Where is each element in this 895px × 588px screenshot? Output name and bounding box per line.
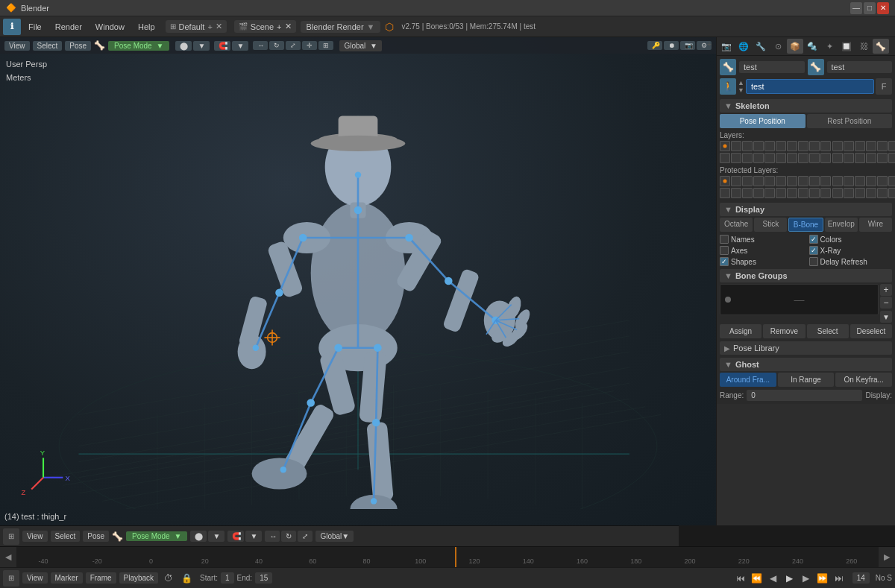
layer-cell-22[interactable] bbox=[731, 153, 741, 163]
prev-keyframe-btn[interactable]: ◀ bbox=[766, 571, 781, 586]
footer-orientation[interactable]: Global▼ bbox=[315, 531, 354, 542]
workspace-add-btn[interactable]: + bbox=[207, 22, 212, 31]
range-input[interactable]: 0 bbox=[747, 390, 862, 401]
prot-layer-cell-28[interactable] bbox=[798, 188, 808, 198]
bottom-view-icon[interactable]: ⊞ bbox=[3, 570, 19, 587]
prot-layer-cell-33[interactable] bbox=[855, 188, 865, 198]
cage-icon[interactable]: ⊞ bbox=[318, 41, 333, 50]
panel-icon-particles[interactable]: ✦ bbox=[821, 39, 838, 54]
layer-cell-31[interactable] bbox=[832, 153, 843, 163]
on-keyfra-btn[interactable]: On Keyfra... bbox=[835, 373, 892, 387]
render-engine-selector[interactable]: Blender Render ▼ bbox=[301, 21, 381, 33]
orientation-selector[interactable]: Global ▼ bbox=[339, 40, 382, 51]
keyframe-icon[interactable]: 🔑 bbox=[647, 41, 662, 50]
viewport-3d[interactable]: View Select Pose 🦴 Pose Mode ▼ ⬤ ▼ 🧲 ▼ ↔… bbox=[0, 37, 716, 525]
workspace-selector[interactable]: ⊞ Default + ✕ bbox=[166, 20, 227, 33]
viewport-view-menu[interactable]: View bbox=[4, 41, 30, 51]
layer-cell-28[interactable] bbox=[798, 153, 808, 163]
prot-layer-cell-23[interactable] bbox=[742, 188, 753, 198]
play-end-btn[interactable]: ⏭ bbox=[832, 571, 847, 586]
layer-cell-36[interactable] bbox=[888, 153, 895, 163]
panel-icon-constraints[interactable]: ⛓ bbox=[855, 39, 872, 54]
assign-btn[interactable]: Assign bbox=[720, 324, 761, 338]
bottom-sync-icon[interactable]: ⏱ bbox=[161, 571, 176, 586]
viewport-add-btn[interactable]: + bbox=[703, 37, 716, 51]
prot-layer-cell-27[interactable] bbox=[787, 188, 797, 198]
shapes-checkbox[interactable] bbox=[720, 257, 729, 266]
footer-snap-btn[interactable]: 🧲 bbox=[227, 531, 244, 542]
prot-layer-cell-10[interactable] bbox=[820, 176, 831, 186]
transform-icon[interactable]: ✛ bbox=[302, 41, 317, 50]
prot-layer-cell-29[interactable] bbox=[809, 188, 820, 198]
end-value[interactable]: 15 bbox=[255, 572, 272, 584]
menu-window[interactable]: Window bbox=[90, 21, 131, 33]
layer-cell-3[interactable] bbox=[742, 141, 753, 151]
prot-layer-cell-4[interactable] bbox=[753, 176, 764, 186]
layer-cell-33[interactable] bbox=[855, 153, 865, 163]
footer-snap-toggle[interactable]: ▼ bbox=[245, 531, 262, 542]
scale-icon[interactable]: ⤢ bbox=[286, 41, 301, 50]
layer-cell-27[interactable] bbox=[787, 153, 797, 163]
panel-icon-scene[interactable]: 🌐 bbox=[735, 39, 752, 54]
footer-view-btn[interactable]: View bbox=[22, 531, 48, 542]
layer-cell-29[interactable] bbox=[809, 153, 820, 163]
bottom-frame-btn[interactable]: Frame bbox=[86, 572, 116, 584]
menu-render[interactable]: Render bbox=[49, 21, 88, 33]
bone-groups-section-header[interactable]: ▼ Bone Groups bbox=[720, 269, 892, 282]
skeleton-section-header[interactable]: ▼ Skeleton bbox=[720, 99, 892, 113]
start-value[interactable]: 1 bbox=[221, 572, 234, 584]
viewport-pose-menu[interactable]: Pose bbox=[65, 41, 91, 51]
panel-icon-data[interactable]: 🦴 bbox=[873, 39, 889, 54]
timeline-scroll-right[interactable]: ▶ bbox=[879, 547, 895, 568]
panel-icon-physics[interactable]: 🔲 bbox=[838, 39, 855, 54]
footer-grab-icon[interactable]: ↔ bbox=[265, 531, 280, 542]
layer-cell-26[interactable] bbox=[776, 153, 786, 163]
armature-name-input[interactable]: test bbox=[746, 79, 874, 94]
prot-layer-cell-7[interactable] bbox=[787, 176, 797, 186]
footer-rotate-icon[interactable]: ↻ bbox=[281, 531, 296, 542]
panel-icon-world[interactable]: ⊙ bbox=[770, 39, 786, 54]
wire-btn[interactable]: Wire bbox=[859, 218, 892, 232]
snap-toggle[interactable]: ▼ bbox=[232, 41, 248, 51]
pose-library-section[interactable]: ▶ Pose Library bbox=[720, 341, 892, 355]
layer-cell-12[interactable] bbox=[844, 141, 854, 151]
solid-shading-btn[interactable]: ⬤ bbox=[175, 41, 192, 51]
prot-layer-cell-34[interactable] bbox=[866, 188, 876, 198]
layer-cell-13[interactable] bbox=[855, 141, 865, 151]
prot-layer-cell-13[interactable] bbox=[855, 176, 865, 186]
prot-layer-cell-15[interactable] bbox=[877, 176, 888, 186]
prot-layer-cell-14[interactable] bbox=[866, 176, 876, 186]
layer-cell-25[interactable] bbox=[764, 153, 775, 163]
bone-group-list[interactable]: — bbox=[720, 284, 879, 315]
layer-cell-4[interactable] bbox=[753, 141, 764, 151]
prot-layer-cell-22[interactable] bbox=[731, 188, 741, 198]
layer-cell-35[interactable] bbox=[877, 153, 888, 163]
deselect-btn[interactable]: Deselect bbox=[850, 324, 892, 338]
maximize-btn[interactable]: □ bbox=[864, 2, 876, 14]
menu-file[interactable]: File bbox=[22, 21, 48, 33]
xray-checkbox[interactable] bbox=[809, 246, 818, 255]
pose-position-btn[interactable]: Pose Position bbox=[720, 114, 806, 128]
prot-layer-cell-32[interactable] bbox=[844, 188, 854, 198]
delay-refresh-checkbox[interactable] bbox=[809, 257, 818, 266]
footer-select-btn[interactable]: Select bbox=[51, 531, 81, 542]
prot-layer-cell-11[interactable] bbox=[832, 176, 843, 186]
bone-group-remove-btn[interactable]: − bbox=[880, 297, 892, 309]
layer-cell-14[interactable] bbox=[866, 141, 876, 151]
active-object-label[interactable]: test bbox=[739, 61, 805, 73]
menu-help[interactable]: Help bbox=[132, 21, 161, 33]
timeline-scroll-left[interactable]: ◀ bbox=[0, 547, 16, 568]
axes-checkbox[interactable] bbox=[720, 246, 729, 255]
minimize-btn[interactable]: — bbox=[850, 2, 862, 14]
prot-layer-cell-1[interactable] bbox=[720, 176, 730, 186]
prot-layer-cell-8[interactable] bbox=[798, 176, 808, 186]
bone-group-add-btn[interactable]: + bbox=[880, 284, 892, 296]
footer-scale-icon[interactable]: ⤢ bbox=[298, 531, 313, 542]
timeline-numbers-track[interactable]: -40 -20 0 20 40 60 80 100 120 140 160 18… bbox=[16, 547, 879, 567]
panel-icon-render[interactable]: 🔧 bbox=[753, 39, 769, 54]
play-start-btn[interactable]: ⏮ bbox=[733, 571, 748, 586]
current-frame-display[interactable]: 14 bbox=[852, 572, 870, 584]
prot-layer-cell-2[interactable] bbox=[731, 176, 741, 186]
fake-user-btn[interactable]: F bbox=[876, 78, 892, 95]
prot-layer-cell-12[interactable] bbox=[844, 176, 854, 186]
